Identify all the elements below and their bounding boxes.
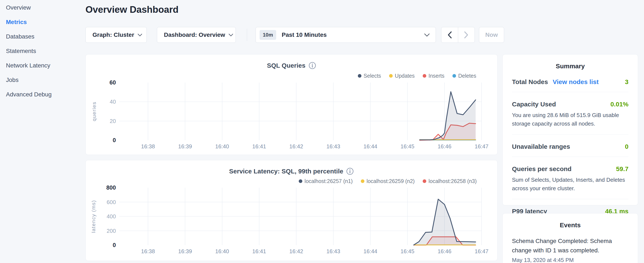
summary-value: 59.7 [616, 165, 628, 173]
controls-divider [247, 29, 247, 41]
service-latency-chart-card: Service Latency: SQL, 99th percentile lo… [86, 160, 498, 261]
x-tick-label: 16:45 [400, 143, 414, 150]
x-tick-label: 16:45 [400, 248, 414, 254]
sidebar-item-overview[interactable]: Overview [0, 1, 85, 15]
summary-label: Queries per second [512, 165, 572, 173]
sidebar-item-jobs[interactable]: Jobs [0, 73, 85, 87]
x-tick-label: 16:40 [215, 143, 229, 150]
x-tick-label: 16:43 [326, 143, 340, 150]
chevron-down-icon [138, 34, 142, 36]
event-timestamp: May 13, 2020 at 4:45 PM [512, 257, 628, 263]
y-axis-label: queries [91, 102, 97, 121]
sidebar-item-statements[interactable]: Statements [0, 44, 85, 58]
summary-value: 0 [625, 143, 628, 150]
time-range-select[interactable]: 10m Past 10 Minutes [256, 27, 436, 43]
y-tick-label: 20 [110, 118, 116, 124]
summary-value: 3 [625, 78, 628, 86]
chevron-right-icon [464, 31, 468, 39]
chevron-down-icon [424, 34, 430, 37]
x-tick-label: 16:41 [252, 248, 266, 254]
y-tick-label: 800 [106, 184, 116, 191]
summary-row-unavailable-ranges: Unavailable ranges 0 [512, 143, 628, 150]
y-axis-label: latency (ms) [90, 200, 96, 233]
summary-value: 0.01% [610, 101, 628, 108]
y-tick-label: 400 [107, 213, 116, 220]
x-tick-label: 16:42 [289, 248, 303, 254]
time-range-label: Past 10 Minutes [282, 32, 327, 38]
time-prev-button[interactable] [442, 27, 458, 43]
summary-label: Capacity Used [512, 101, 556, 108]
y-tick-label: 200 [107, 228, 116, 234]
x-tick-label: 16:42 [289, 143, 303, 150]
summary-divider [512, 92, 628, 92]
graph-select[interactable]: Graph: Cluster [86, 27, 147, 43]
summary-description: You are using 28.6 MiB of 515.9 GiB usab… [512, 111, 628, 128]
view-nodes-list-link[interactable]: View nodes list [552, 78, 598, 86]
y-tick-label: 0 [113, 137, 116, 143]
page: Overview Metrics Databases Statements Ne… [0, 0, 644, 263]
now-button: Now [479, 27, 504, 43]
summary-divider [512, 199, 628, 199]
x-tick-label: 16:39 [178, 248, 192, 254]
x-tick-label: 16:41 [252, 143, 266, 150]
summary-divider [512, 157, 628, 157]
y-tick-label: 600 [107, 199, 116, 205]
x-tick-label: 16:40 [215, 248, 229, 254]
chevron-left-icon [447, 31, 452, 39]
y-tick-label: 60 [110, 79, 116, 86]
time-next-button [458, 27, 475, 43]
x-tick-label: 16:38 [141, 248, 155, 254]
x-tick-label: 16:47 [474, 248, 488, 254]
graph-select-label: Graph: Cluster [92, 32, 134, 38]
time-pager [441, 27, 475, 43]
summary-panel: Summary Total Nodes View nodes list 3 Ca… [502, 54, 638, 205]
summary-label: Unavailable ranges [512, 143, 570, 150]
x-tick-label: 16:43 [326, 248, 340, 254]
x-tick-label: 16:44 [363, 143, 377, 150]
dashboard-select[interactable]: Dashboard: Overview [157, 27, 236, 43]
sidebar-item-databases[interactable]: Databases [0, 29, 85, 44]
page-title: Overview Dashboard [86, 4, 178, 15]
event-message: Schema Change Completed: Schema change w… [512, 236, 628, 255]
summary-row-total-nodes: Total Nodes View nodes list 3 [512, 78, 628, 86]
events-panel: Events Schema Change Completed: Schema c… [502, 213, 638, 263]
events-title: Events [512, 221, 628, 229]
series-area [420, 92, 476, 140]
sql-queries-chart[interactable]: 16:3816:3916:4016:4116:4216:4316:4416:45… [86, 55, 497, 155]
x-tick-label: 16:47 [474, 143, 488, 150]
x-tick-label: 16:38 [141, 143, 155, 150]
x-tick-label: 16:46 [438, 143, 451, 150]
chevron-down-icon [228, 34, 233, 36]
sql-queries-chart-card: SQL Queries SelectsUpdatesInsertsDeletes… [86, 54, 498, 155]
summary-description: Sum of Selects, Updates, Inserts, and De… [512, 176, 628, 193]
x-tick-label: 16:46 [438, 248, 451, 254]
time-range-badge: 10m [260, 30, 276, 40]
dashboard-select-label: Dashboard: Overview [164, 32, 225, 38]
x-tick-label: 16:39 [178, 143, 192, 150]
summary-label: Total Nodes [512, 78, 548, 86]
y-tick-label: 40 [110, 99, 116, 105]
summary-row-queries-per-second: Queries per second 59.7 Sum of Selects, … [512, 165, 628, 193]
summary-title: Summary [512, 63, 628, 70]
sidebar-item-metrics[interactable]: Metrics [0, 15, 85, 29]
x-tick-label: 16:44 [363, 248, 377, 254]
sidebar: Overview Metrics Databases Statements Ne… [0, 1, 85, 102]
controls-bar: Graph: Cluster Dashboard: Overview 10m P… [86, 27, 504, 43]
sidebar-item-network-latency[interactable]: Network Latency [0, 58, 85, 73]
service-latency-chart[interactable]: 16:3816:3916:4016:4116:4216:4316:4416:45… [86, 160, 497, 261]
summary-row-capacity-used: Capacity Used 0.01% You are using 28.6 M… [512, 101, 628, 128]
sidebar-item-advanced-debug[interactable]: Advanced Debug [0, 87, 85, 102]
y-tick-label: 0 [113, 242, 116, 248]
